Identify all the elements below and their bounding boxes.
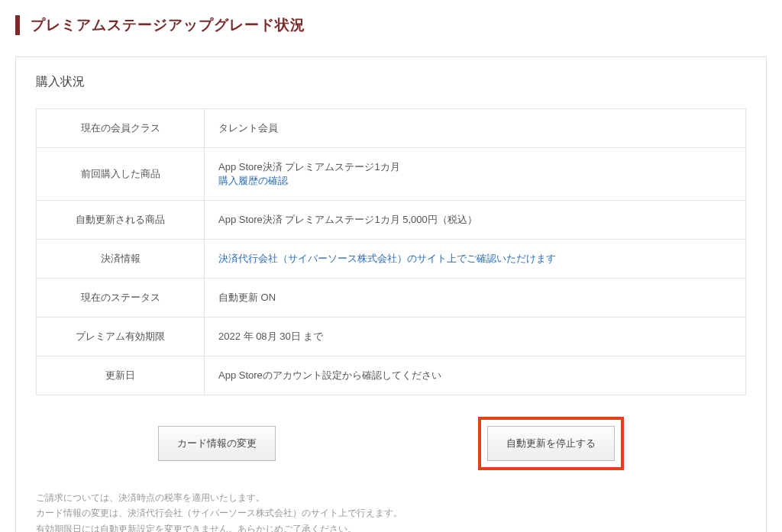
button-row: カード情報の変更 自動更新を停止する (36, 417, 746, 470)
table-row: 現在のステータス 自動更新 ON (37, 279, 746, 318)
page-title-wrap: プレミアムステージアップグレード状況 (15, 15, 767, 35)
row-value-auto-renew-item: App Store決済 プレミアムステージ1カ月 5,000円（税込） (205, 201, 746, 240)
row-value-payment-info: 決済代行会社（サイバーソース株式会社）のサイト上でご確認いただけます (205, 240, 746, 279)
row-label-auto-renew-item: 自動更新される商品 (37, 201, 205, 240)
title-accent-bar (15, 15, 20, 35)
change-card-button[interactable]: カード情報の変更 (158, 426, 276, 461)
payment-provider-link[interactable]: 決済代行会社（サイバーソース株式会社）のサイト上でご確認いただけます (218, 253, 556, 264)
row-value-expiry: 2022 年 08月 30日 まで (205, 318, 746, 356)
status-card: 購入状況 現在の会員クラス タレント会員 前回購入した商品 App Store決… (15, 56, 767, 532)
row-value-renewal: App Storeのアカウント設定から確認してください (205, 356, 746, 395)
row-label-renewal: 更新日 (37, 356, 205, 395)
purchase-status-table: 現在の会員クラス タレント会員 前回購入した商品 App Store決済 プレミ… (36, 108, 746, 395)
note-line: 有効期限日には自動更新設定を変更できません。あらかじめご了承ください。 (36, 521, 746, 532)
row-label-member-class: 現在の会員クラス (37, 109, 205, 148)
note-line: カード情報の変更は、決済代行会社（サイバーソース株式会社）のサイト上で行えます。 (36, 505, 746, 521)
table-row: 前回購入した商品 App Store決済 プレミアムステージ1カ月 購入履歴の確… (37, 148, 746, 201)
table-row: プレミアム有効期限 2022 年 08月 30日 まで (37, 318, 746, 356)
stop-auto-renew-button[interactable]: 自動更新を停止する (487, 426, 615, 461)
footer-notes: ご請求については、決済時点の税率を適用いたします。 カード情報の変更は、決済代行… (36, 490, 746, 532)
row-label-status: 現在のステータス (37, 279, 205, 318)
highlight-frame: 自動更新を停止する (478, 417, 624, 470)
row-value-status: 自動更新 ON (205, 279, 746, 318)
row-label-payment-info: 決済情報 (37, 240, 205, 279)
last-purchase-text: App Store決済 プレミアムステージ1カ月 (218, 161, 400, 172)
table-row: 現在の会員クラス タレント会員 (37, 109, 746, 148)
row-label-last-purchase: 前回購入した商品 (37, 148, 205, 201)
note-line: ご請求については、決済時点の税率を適用いたします。 (36, 490, 746, 505)
table-row: 決済情報 決済代行会社（サイバーソース株式会社）のサイト上でご確認いただけます (37, 240, 746, 279)
row-label-expiry: プレミアム有効期限 (37, 318, 205, 356)
row-value-last-purchase: App Store決済 プレミアムステージ1カ月 購入履歴の確認 (205, 148, 746, 201)
table-row: 自動更新される商品 App Store決済 プレミアムステージ1カ月 5,000… (37, 201, 746, 240)
section-title: 購入状況 (36, 74, 746, 90)
purchase-history-link[interactable]: 購入履歴の確認 (218, 175, 288, 186)
row-value-member-class: タレント会員 (205, 109, 746, 148)
page-title: プレミアムステージアップグレード状況 (31, 15, 305, 35)
table-row: 更新日 App Storeのアカウント設定から確認してください (37, 356, 746, 395)
